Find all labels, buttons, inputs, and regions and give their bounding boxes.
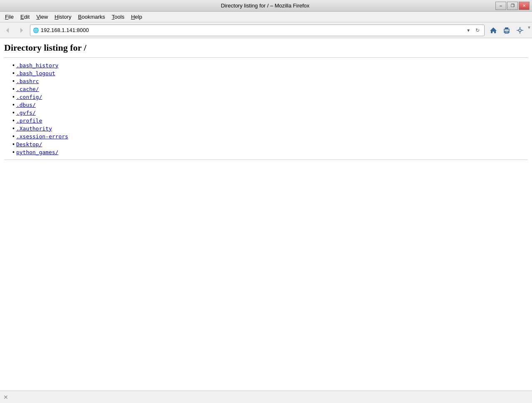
file-link-config[interactable]: .config/ xyxy=(16,94,42,100)
list-item: • .gvfs/ xyxy=(12,109,528,116)
dropdown-button[interactable]: ▾ xyxy=(464,26,473,34)
nav-right-buttons: ▾ xyxy=(487,25,530,36)
bullet: • xyxy=(12,78,15,84)
tools-icon xyxy=(516,27,524,34)
svg-marker-2 xyxy=(490,27,497,33)
bullet: • xyxy=(12,70,15,76)
bullet: • xyxy=(12,86,15,92)
home-icon xyxy=(490,27,497,34)
forward-button[interactable] xyxy=(15,25,27,36)
bullet: • xyxy=(12,133,15,140)
bullet: • xyxy=(12,101,15,108)
bullet: • xyxy=(12,93,15,100)
list-item: • .cache/ xyxy=(12,86,528,92)
file-link-python-games[interactable]: python_games/ xyxy=(16,149,59,155)
file-link-dbus[interactable]: .dbus/ xyxy=(16,102,36,108)
file-link-bash-history[interactable]: .bash_history xyxy=(16,62,59,69)
list-item: • .Xauthority xyxy=(12,125,528,132)
menu-edit[interactable]: Edit xyxy=(17,13,33,21)
bullet: • xyxy=(12,125,15,132)
file-link-bash-logout[interactable]: .bash_logout xyxy=(16,70,55,76)
menu-bar: File Edit View History Bookmarks Tools H… xyxy=(0,12,532,22)
window-controls: – ❐ ✕ xyxy=(495,2,530,10)
home-button[interactable] xyxy=(487,25,500,36)
file-link-gvfs[interactable]: .gvfs/ xyxy=(16,110,36,116)
restore-button[interactable]: ❐ xyxy=(507,2,518,10)
bullet: • xyxy=(12,141,15,147)
svg-marker-1 xyxy=(20,28,23,33)
bottom-divider xyxy=(4,160,528,160)
list-item: • .dbus/ xyxy=(12,101,528,108)
bullet: • xyxy=(12,62,15,69)
menu-help[interactable]: Help xyxy=(128,13,145,21)
list-item: • .bash_logout xyxy=(12,70,528,76)
menu-view[interactable]: View xyxy=(33,13,51,21)
menu-history[interactable]: History xyxy=(51,13,74,21)
file-link-xsession-errors[interactable]: .xsession-errors xyxy=(16,133,68,140)
file-link-bashrc[interactable]: .bashrc xyxy=(16,78,39,84)
menu-file[interactable]: File xyxy=(2,13,17,21)
content-area: Directory listing for / • .bash_history … xyxy=(0,38,532,391)
status-close-icon[interactable]: ✕ xyxy=(3,394,8,401)
customize-button[interactable] xyxy=(514,25,526,36)
list-item: • .bash_history xyxy=(12,62,528,69)
window-title: Directory listing for / – Mozilla Firefo… xyxy=(35,2,495,9)
file-link-xauthority[interactable]: .Xauthority xyxy=(16,125,52,132)
list-item: • .bashrc xyxy=(12,78,528,84)
back-icon xyxy=(5,27,11,34)
url-input[interactable] xyxy=(41,27,464,33)
bullet: • xyxy=(12,109,15,116)
refresh-button[interactable]: ↻ xyxy=(473,26,482,34)
bullet: • xyxy=(12,117,15,124)
file-list: • .bash_history • .bash_logout • .bashrc… xyxy=(4,62,528,155)
forward-icon xyxy=(18,27,25,34)
list-item: • .profile xyxy=(12,117,528,124)
globe-icon: 🌐 xyxy=(33,27,39,33)
list-item: • .xsession-errors xyxy=(12,133,528,140)
file-link-desktop[interactable]: Desktop/ xyxy=(16,141,42,147)
bullet: • xyxy=(12,149,15,155)
menu-bookmarks[interactable]: Bookmarks xyxy=(75,13,108,21)
title-bar: Directory listing for / – Mozilla Firefo… xyxy=(0,0,532,12)
minimize-button[interactable]: – xyxy=(495,2,506,10)
print-button[interactable] xyxy=(500,25,513,36)
nav-bar: 🌐 ▾ ↻ ▾ xyxy=(0,22,532,38)
top-divider xyxy=(4,57,528,58)
file-link-cache[interactable]: .cache/ xyxy=(16,86,39,92)
close-button[interactable]: ✕ xyxy=(519,2,530,10)
chevron-down-icon: ▾ xyxy=(528,25,530,36)
svg-rect-4 xyxy=(505,27,508,29)
svg-point-6 xyxy=(519,29,521,32)
address-actions: ▾ ↻ xyxy=(464,26,482,34)
list-item: • .config/ xyxy=(12,93,528,100)
address-bar[interactable]: 🌐 ▾ ↻ xyxy=(30,25,485,36)
page-title: Directory listing for / xyxy=(4,42,528,54)
list-item: • Desktop/ xyxy=(12,141,528,147)
list-item: • python_games/ xyxy=(12,149,528,155)
status-bar: ✕ xyxy=(0,391,532,403)
back-button[interactable] xyxy=(2,25,14,36)
menu-tools[interactable]: Tools xyxy=(108,13,128,21)
svg-marker-0 xyxy=(6,28,9,33)
file-link-profile[interactable]: .profile xyxy=(16,118,42,124)
print-icon xyxy=(503,27,510,34)
